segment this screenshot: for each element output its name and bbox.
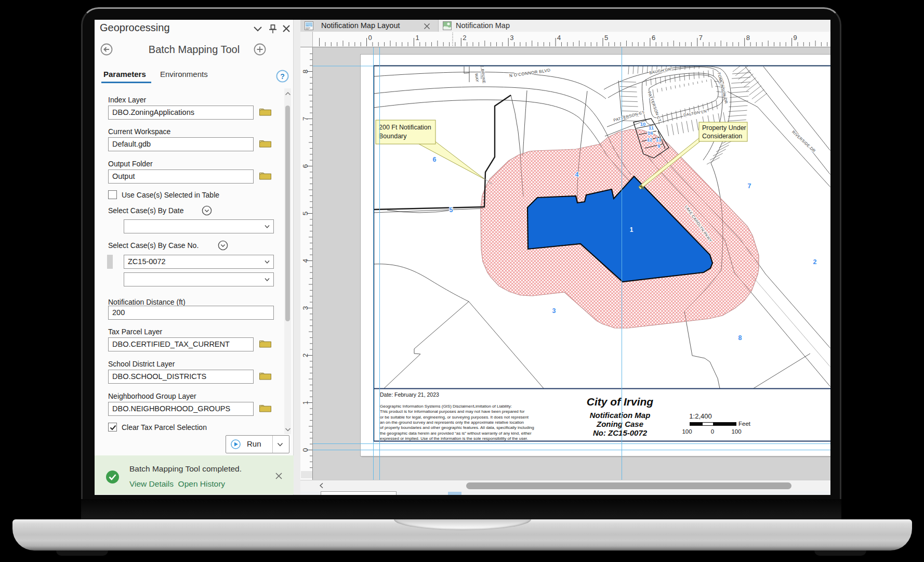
- svg-text:8: 8: [746, 34, 750, 42]
- svg-text:0: 0: [711, 428, 714, 435]
- svg-text:7: 7: [301, 117, 309, 121]
- svg-text:12: 12: [647, 137, 653, 142]
- svg-text:2: 2: [301, 354, 309, 358]
- svg-text:6: 6: [652, 34, 655, 42]
- svg-text:5: 5: [450, 206, 453, 214]
- svg-text:100: 100: [731, 428, 741, 435]
- svg-text:100: 100: [682, 428, 692, 435]
- svg-text:expressed or implied. Use of t: expressed or implied. Use of the informa…: [380, 436, 528, 441]
- svg-text:1: 1: [415, 34, 419, 42]
- svg-text:the geographic data herein are: the geographic data herein are provided …: [380, 431, 532, 436]
- svg-text:6: 6: [433, 156, 437, 163]
- svg-text:Boundary: Boundary: [379, 133, 407, 140]
- svg-text:3: 3: [301, 306, 309, 310]
- svg-text:8: 8: [738, 334, 742, 342]
- svg-text:Feet: Feet: [738, 421, 751, 427]
- svg-text:2: 2: [813, 258, 817, 266]
- svg-text:This product is for informatio: This product is for informational purpos…: [380, 409, 525, 414]
- svg-text:8: 8: [301, 70, 309, 74]
- svg-text:1: 1: [301, 401, 309, 405]
- svg-text:9: 9: [794, 34, 797, 42]
- svg-text:Consideration: Consideration: [702, 133, 742, 140]
- svg-text:5: 5: [301, 212, 309, 216]
- svg-text:200 Ft Notification: 200 Ft Notification: [379, 124, 431, 131]
- svg-text:0: 0: [368, 34, 372, 42]
- svg-text:6: 6: [301, 164, 309, 168]
- svg-text:14: 14: [648, 130, 653, 136]
- svg-text:1:2,400: 1:2,400: [689, 412, 711, 420]
- svg-text:an on-the-ground survey and re: an on-the-ground survey and represents o…: [380, 420, 524, 425]
- svg-text:3: 3: [552, 307, 556, 315]
- svg-text:of property boundaries and oth: of property boundaries and other geograp…: [380, 425, 534, 430]
- svg-text:Property Under: Property Under: [702, 124, 746, 132]
- svg-text:Date: February 21, 2023: Date: February 21, 2023: [380, 391, 439, 398]
- svg-text:or be suitable for legal, engi: or be suitable for legal, engineering, o…: [380, 415, 529, 420]
- svg-text:9: 9: [657, 143, 660, 149]
- svg-text:13: 13: [656, 137, 662, 142]
- svg-text:0: 0: [301, 448, 309, 452]
- svg-text:City of Irving: City of Irving: [587, 396, 654, 408]
- svg-text:2: 2: [463, 34, 466, 42]
- svg-text:10: 10: [640, 121, 646, 127]
- svg-text:4: 4: [557, 34, 561, 42]
- svg-text:7: 7: [699, 34, 703, 42]
- svg-text:5: 5: [604, 34, 608, 42]
- svg-text:4: 4: [575, 171, 579, 178]
- svg-text:?: ?: [280, 72, 285, 81]
- svg-text:1: 1: [630, 226, 633, 233]
- svg-text:Zoning Case: Zoning Case: [596, 420, 643, 428]
- svg-text:No: ZC15-0072: No: ZC15-0072: [593, 428, 648, 437]
- svg-text:Geographic Information Systems: Geographic Information Systems (GIS) Dis…: [380, 404, 512, 409]
- svg-text:4: 4: [301, 258, 309, 263]
- svg-text:3: 3: [510, 34, 513, 42]
- svg-text:7: 7: [748, 182, 751, 190]
- svg-text:Notification Map: Notification Map: [590, 411, 651, 420]
